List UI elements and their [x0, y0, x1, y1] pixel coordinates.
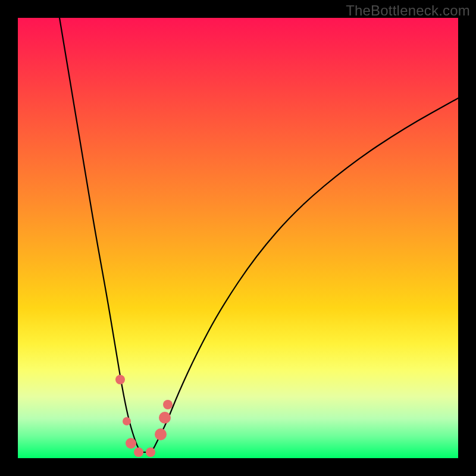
highlight-dot	[163, 400, 173, 409]
highlight-dot	[126, 438, 136, 449]
chart-frame: TheBottleneck.com	[0, 0, 476, 476]
highlight-dot	[123, 417, 131, 425]
curve-svg	[18, 18, 458, 458]
highlight-dot	[134, 447, 143, 457]
highlight-dot	[146, 447, 155, 457]
highlight-dots	[115, 375, 173, 457]
highlight-dot	[155, 428, 167, 440]
highlight-dot	[159, 412, 171, 424]
watermark-text: TheBottleneck.com	[346, 2, 470, 19]
plot-area	[18, 18, 458, 458]
highlight-dot	[115, 375, 125, 384]
bottleneck-curve	[60, 18, 458, 452]
